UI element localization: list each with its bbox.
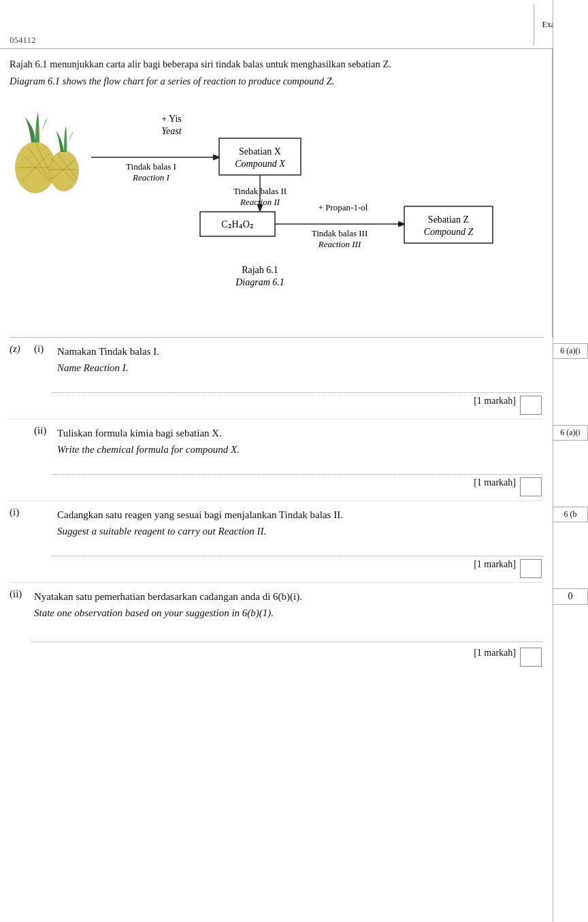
q-a-num: (i) bbox=[34, 343, 54, 376]
markah-box-d bbox=[520, 648, 542, 667]
q-d-text-en: State one observation based on your sugg… bbox=[34, 605, 543, 621]
markah-box-a bbox=[520, 396, 542, 415]
q-d-num: (ii) bbox=[10, 588, 31, 621]
side-mark-c: 6 (b bbox=[553, 507, 588, 522]
svg-text:Compound Z: Compound Z bbox=[424, 227, 474, 237]
svg-text:+ Yis: + Yis bbox=[161, 114, 182, 124]
svg-text:Reaction I: Reaction I bbox=[132, 172, 169, 182]
side-mark-b: 6 (a)(i bbox=[553, 425, 588, 441]
side-mark-a: 6 (a)(i bbox=[553, 343, 588, 359]
q-d-text-ms: Nyatakan satu pemerhatian berdasarkan ca… bbox=[34, 588, 543, 605]
markah-b: [1 markah] bbox=[474, 477, 516, 496]
question-b-row: (ii) Tuliskan formula kimia bagi sebatia… bbox=[0, 419, 588, 458]
pineapple-image bbox=[10, 103, 88, 191]
markah-box-b bbox=[520, 477, 542, 496]
svg-text:Tindak balas I: Tindak balas I bbox=[126, 161, 176, 172]
q-b-text-en: Write the chemical formula for compound … bbox=[57, 441, 543, 458]
svg-text:Rajah 6.1: Rajah 6.1 bbox=[242, 265, 278, 275]
answer-line-c[interactable] bbox=[52, 556, 543, 556]
markah-c: [1 markah] bbox=[474, 559, 516, 578]
svg-text:Tindak balas II: Tindak balas II bbox=[233, 186, 287, 196]
svg-text:Reaction III: Reaction III bbox=[318, 239, 361, 249]
side-mark-d: 0 bbox=[553, 588, 588, 605]
q-c-text-ms: Cadangkan satu reagen yang sesuai bagi m… bbox=[57, 507, 543, 523]
svg-text:Yeast: Yeast bbox=[161, 126, 182, 136]
svg-text:Sebatian Z: Sebatian Z bbox=[428, 214, 469, 225]
q-c-text-en: Suggest a suitable reagent to carry out … bbox=[57, 523, 543, 539]
answer-line-b[interactable] bbox=[52, 474, 543, 475]
q-section-label: (z) bbox=[10, 343, 31, 376]
markah-box-c bbox=[520, 559, 542, 578]
svg-text:+ Propan-1-ol: + Propan-1-ol bbox=[318, 202, 368, 212]
intro-malay: Rajah 6.1 menunjukkan carta alir bagi be… bbox=[10, 56, 504, 73]
q-a-text-en: Name Reaction I. bbox=[57, 360, 543, 376]
svg-rect-18 bbox=[219, 138, 301, 175]
page-number: 054112 bbox=[10, 35, 36, 46]
page: 054112 For Examiner's Use Rajah 6.1 menu… bbox=[0, 0, 588, 922]
svg-text:Compound X: Compound X bbox=[235, 159, 285, 169]
question-d-row: (ii) Nyatakan satu pemerhatian berdasark… bbox=[0, 583, 588, 621]
question-a-row: (z) (i) Namakan Tindak balas I. Name Rea… bbox=[0, 338, 588, 376]
flowchart-svg: + Yis Yeast Tindak balas I Reaction I Se… bbox=[71, 96, 534, 334]
svg-text:Sebatian X: Sebatian X bbox=[239, 146, 281, 157]
svg-text:Diagram 6.1: Diagram 6.1 bbox=[235, 277, 284, 287]
svg-text:C₂H₄O₂: C₂H₄O₂ bbox=[221, 219, 254, 229]
intro-english: Diagram 6.1 shows the flow chart for a s… bbox=[10, 73, 504, 90]
q-section-label-b bbox=[10, 425, 31, 458]
svg-rect-30 bbox=[404, 206, 493, 243]
q-a-text-ms: Namakan Tindak balas I. bbox=[57, 343, 543, 360]
markah-d: [1 markah] bbox=[474, 648, 516, 667]
question-c-row: (i) Cadangkan satu reagen yang sesuai ba… bbox=[0, 501, 588, 539]
q-b-text-ms: Tuliskan formula kimia bagi sebatian X. bbox=[57, 425, 543, 441]
svg-text:Tindak balas III: Tindak balas III bbox=[312, 228, 368, 238]
answer-line-d[interactable] bbox=[31, 641, 543, 642]
markah-a: [1 markah] bbox=[474, 396, 516, 415]
answer-line-a[interactable] bbox=[52, 392, 543, 393]
svg-text:Reaction II: Reaction II bbox=[240, 197, 280, 207]
q-c-num bbox=[34, 507, 54, 539]
q-c-prefix: (i) bbox=[10, 507, 31, 539]
q-b-num: (ii) bbox=[34, 425, 54, 458]
